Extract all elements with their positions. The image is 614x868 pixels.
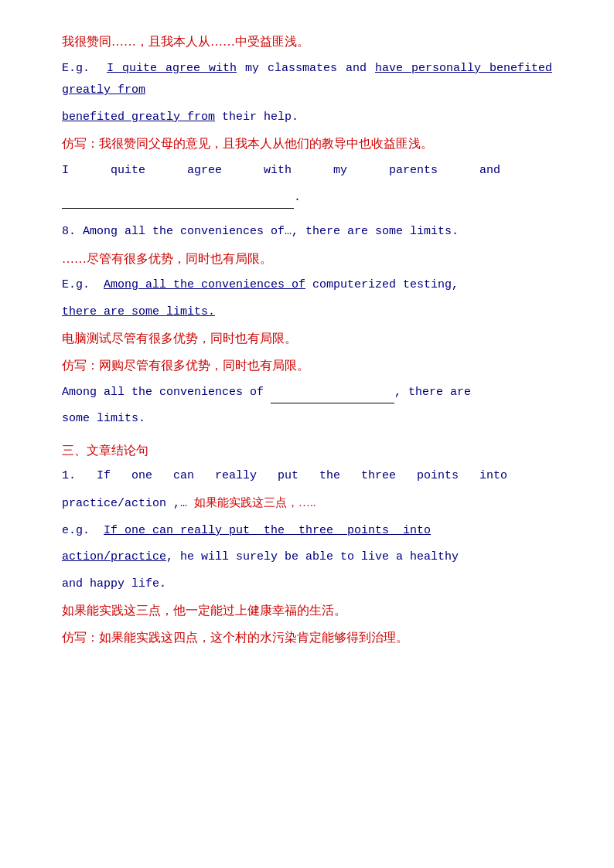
- eg2-underline1: Among all the conveniences of: [104, 278, 305, 291]
- eg1-underline3: benefited greatly from: [62, 111, 215, 124]
- eg3-underline1: If one can really put the three points i…: [104, 524, 431, 537]
- page-content: 我很赞同……，且我本人从……中受益匪浅。 E.g. I quite agree …: [62, 31, 552, 649]
- eg1-line1: E.g. I quite agree with my classmates an…: [62, 58, 552, 102]
- eg3-line1: e.g. If one can really put the three poi…: [62, 520, 552, 543]
- copy2-blank: [271, 403, 394, 403]
- eg3-line2: action/practice, he will surely be able …: [62, 546, 552, 569]
- eg2-label: E.g.: [62, 278, 90, 291]
- intro-block: 我很赞同……，且我本人从……中受益匪浅。 E.g. I quite agree …: [62, 31, 552, 209]
- eg2-line1: E.g. Among all the conveniences of compu…: [62, 274, 552, 297]
- intro-chinese: 我很赞同……，且我本人从……中受益匪浅。: [62, 31, 552, 53]
- item1-block: 1. If one can really put the three point…: [62, 465, 552, 649]
- copy1-blank-line: .: [62, 187, 552, 209]
- eg2-rest1: computerized testing,: [312, 278, 459, 291]
- eg1-line2: benefited greatly from their help.: [62, 107, 552, 129]
- eg1-rest: their help.: [222, 111, 298, 124]
- copy1-chinese: 仿写：我很赞同父母的意见，且我本人从他们的教导中也收益匪浅。: [62, 133, 552, 155]
- copy1-period: .: [294, 191, 301, 204]
- eg3-rest2: , he will surely be able to live a healt…: [166, 550, 459, 563]
- eg3-label: e.g.: [62, 524, 90, 537]
- copy1-blank: [62, 208, 294, 209]
- eg2-underline2: there are some limits.: [62, 305, 215, 318]
- item8-block: 8. Among all the conveniences of…, there…: [62, 221, 552, 431]
- item8-label: 8. Among all the conveniences of…, there…: [62, 221, 552, 243]
- copy2-chinese: 仿写：网购尽管有很多优势，同时也有局限。: [62, 355, 552, 377]
- eg2-line2: there are some limits.: [62, 301, 552, 324]
- item1-line1: 1. If one can really put the three point…: [62, 465, 552, 488]
- item8-chinese: ……尽管有很多优势，同时也有局限。: [62, 248, 552, 271]
- copy1-english-line1: I quite agree with my parents and: [62, 160, 552, 182]
- translation3: 如果能实践这三点，他一定能过上健康幸福的生活。: [62, 600, 552, 622]
- copy3-chinese: 仿写：如果能实践这四点，这个村的水污染肯定能够得到治理。: [62, 627, 552, 649]
- eg3-underline2: action/practice: [62, 550, 166, 563]
- eg1-middle: my classmates and: [245, 62, 375, 75]
- translation2: 电脑测试尽管有很多优势，同时也有局限。: [62, 328, 552, 350]
- copy2-english-line1: Among all the conveniences of , there ar…: [62, 382, 552, 404]
- eg3-line3: and happy life.: [62, 574, 552, 596]
- copy2-english-line2: some limits.: [62, 408, 552, 431]
- item1-line2: practice/action ,… 如果能实践这三点，…..: [62, 492, 552, 516]
- eg1-label: E.g.: [62, 62, 90, 75]
- section3-heading: 三、文章结论句: [62, 443, 552, 459]
- eg1-underline1: I quite agree with: [107, 62, 237, 75]
